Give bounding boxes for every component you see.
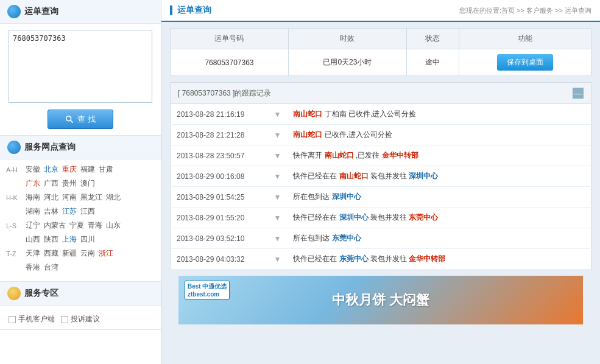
track-arrow-8: ▼ bbox=[268, 249, 288, 270]
province-xizang[interactable]: 西藏 bbox=[44, 248, 58, 259]
province-beijing[interactable]: 北京 bbox=[44, 164, 58, 175]
tracking-section-title: 运单查询 bbox=[0, 0, 161, 24]
track-records-title: [ 768053707363 ]的跟踪记录 bbox=[178, 88, 271, 99]
province-shandong[interactable]: 山东 bbox=[106, 220, 121, 231]
service-item-mobile[interactable]: 手机客户端 bbox=[9, 314, 55, 324]
track-arrow-7: ▼ bbox=[268, 228, 288, 249]
province-shaanxi[interactable]: 陕西 bbox=[44, 234, 58, 245]
track-row-8: 2013-08-29 04:03:32 ▼ 快件已经在在 东莞中心 装包并发往 … bbox=[171, 249, 591, 270]
info-pre-7: 所在包到达 bbox=[293, 234, 331, 242]
table-row: 768053707363 已用0天23小时 途中 保存到桌面 bbox=[171, 49, 591, 76]
alpha-row-hk2: 香港 台湾 bbox=[6, 262, 155, 273]
province-ningxia[interactable]: 宁夏 bbox=[69, 220, 84, 231]
province-liaoning[interactable]: 辽宁 bbox=[26, 220, 40, 231]
province-taiwan[interactable]: 台湾 bbox=[44, 262, 58, 273]
province-heilongjiang[interactable]: 黑龙江 bbox=[80, 192, 102, 203]
province-tianjin[interactable]: 天津 bbox=[26, 248, 40, 259]
province-yunnan[interactable]: 云南 bbox=[80, 248, 95, 259]
province-hongkong[interactable]: 香港 bbox=[26, 262, 40, 273]
track-row-4: 2013-08-29 00:16:08 ▼ 快件已经在在 南山蛇口 装包并发往 … bbox=[171, 166, 591, 187]
info-pre-3: 快件离开 bbox=[293, 151, 324, 159]
cell-status: 途中 bbox=[406, 49, 459, 76]
loc-shenzhen-6: 深圳中心 bbox=[339, 213, 369, 222]
main-content: 运单查询 您现在的位置:首页 >> 客户服务 >> 运单查询 运单号码 时效 状… bbox=[161, 0, 600, 364]
track-info-1: 南山蛇口 丁柏南 已收件,进入公司分捡 bbox=[287, 104, 591, 125]
province-qinghai[interactable]: 青海 bbox=[88, 220, 102, 231]
province-aomen[interactable]: 澳门 bbox=[80, 178, 95, 189]
track-arrow-4: ▼ bbox=[268, 166, 288, 187]
province-hebei[interactable]: 河北 bbox=[44, 192, 58, 203]
alpha-row-tz: T-Z 天津 西藏 新疆 云南 浙江 bbox=[6, 248, 155, 259]
network-section: 服务网点查询 A-H 安徽 北京 重庆 福建 甘肃 bbox=[0, 136, 161, 282]
alpha-row-guangdong: 广东 广西 贵州 澳门 bbox=[6, 178, 155, 189]
search-button[interactable]: 查 找 bbox=[48, 110, 113, 129]
track-row-2: 2013-08-28 21:21:28 ▼ 南山蛇口 已收件,进入公司分捡 bbox=[171, 125, 591, 145]
province-fujian[interactable]: 福建 bbox=[80, 164, 95, 175]
province-henan[interactable]: 河南 bbox=[62, 192, 77, 203]
track-time-1: 2013-08-28 21:16:19 bbox=[171, 104, 268, 125]
province-jiangxi[interactable]: 江西 bbox=[80, 206, 95, 217]
province-gansu[interactable]: 甘肃 bbox=[99, 164, 113, 175]
province-neimenggu[interactable]: 内蒙古 bbox=[44, 220, 66, 231]
complaint-label: 投诉建议 bbox=[71, 314, 100, 324]
track-time-7: 2013-08-29 03:52:10 bbox=[171, 228, 268, 249]
alpha-label-hk: H-K bbox=[6, 194, 23, 201]
complaint-checkbox[interactable] bbox=[61, 316, 68, 323]
province-chongqing[interactable]: 重庆 bbox=[62, 164, 77, 175]
breadcrumb: 您现在的位置:首页 >> 客户服务 >> 运单查询 bbox=[459, 6, 591, 15]
loc-dongguan-7: 东莞中心 bbox=[332, 234, 361, 242]
track-row-7: 2013-08-29 03:52:10 ▼ 所在包到达 东莞中心 bbox=[171, 228, 591, 249]
info-suffix-2: 已收件,进入公司分捡 bbox=[325, 130, 392, 139]
search-button-label: 查 找 bbox=[77, 114, 96, 125]
service-item-complaint[interactable]: 投诉建议 bbox=[61, 314, 100, 324]
track-arrow-1: ▼ bbox=[268, 104, 288, 125]
province-guangdong[interactable]: 广东 bbox=[26, 178, 40, 189]
network-title-label: 服务网点查询 bbox=[24, 142, 76, 153]
province-sichuan[interactable]: 四川 bbox=[80, 234, 95, 245]
track-info-6: 快件已经在在 深圳中心 装包并发往 东莞中心 bbox=[287, 208, 591, 228]
loc-dongguan-8: 东莞中心 bbox=[339, 254, 369, 263]
collapse-button[interactable]: — bbox=[573, 88, 584, 99]
tracking-section: 运单查询 768053707363 查 找 bbox=[0, 0, 161, 136]
province-hainan[interactable]: 海南 bbox=[26, 192, 40, 203]
track-time-5: 2013-08-29 01:54:25 bbox=[171, 187, 268, 208]
province-xinjiang[interactable]: 新疆 bbox=[62, 248, 77, 259]
banner-text: 中秋月饼 大闷蟹 bbox=[332, 291, 429, 309]
province-shanxi[interactable]: 山西 bbox=[26, 234, 40, 245]
track-records-header: [ 768053707363 ]的跟踪记录 — bbox=[170, 82, 591, 104]
province-zhejiang[interactable]: 浙江 bbox=[99, 248, 113, 259]
col-timeliness: 时效 bbox=[288, 29, 406, 49]
cell-timeliness: 已用0天23小时 bbox=[288, 49, 406, 76]
track-row-6: 2013-08-29 01:55:20 ▼ 快件已经在在 深圳中心 装包并发往 … bbox=[171, 208, 591, 228]
loc-shenzhen-4: 深圳中心 bbox=[409, 172, 438, 180]
province-guizhou[interactable]: 贵州 bbox=[62, 178, 77, 189]
province-anhui[interactable]: 安徽 bbox=[26, 164, 40, 175]
province-shanghai[interactable]: 上海 bbox=[62, 234, 77, 245]
svg-line-1 bbox=[71, 121, 72, 122]
service-area: 手机客户端 投诉建议 bbox=[0, 306, 161, 329]
sidebar: 运单查询 768053707363 查 找 服务网点查询 bbox=[0, 0, 161, 364]
info-mid-4: 装包并发往 bbox=[370, 172, 409, 180]
province-jilin[interactable]: 吉林 bbox=[44, 206, 58, 217]
province-jiangsu[interactable]: 江苏 bbox=[62, 206, 77, 217]
tracking-input-area: 768053707363 查 找 bbox=[0, 24, 161, 135]
save-button[interactable]: 保存到桌面 bbox=[497, 54, 553, 71]
province-hubei[interactable]: 湖北 bbox=[106, 192, 121, 203]
result-table: 运单号码 时效 状态 功能 768053707363 已用0天23小时 途中 保… bbox=[170, 28, 591, 76]
search-icon bbox=[65, 115, 74, 124]
cell-number: 768053707363 bbox=[171, 49, 289, 76]
info-pre-4: 快件已经在在 bbox=[293, 172, 339, 180]
alpha-row-ls: L-S 辽宁 内蒙古 宁夏 青海 山东 bbox=[6, 220, 155, 231]
network-area: A-H 安徽 北京 重庆 福建 甘肃 广东 广西 贵州 澳门 bbox=[0, 159, 161, 281]
info-mid-6: 装包并发往 bbox=[370, 213, 409, 222]
col-number: 运单号码 bbox=[171, 29, 289, 49]
tracking-textarea[interactable]: 768053707363 bbox=[9, 30, 152, 103]
province-guangxi[interactable]: 广西 bbox=[44, 178, 58, 189]
track-time-8: 2013-08-29 04:03:32 bbox=[171, 249, 268, 270]
person-dingbainan: 丁柏南 bbox=[325, 110, 347, 118]
service-section: 服务专区 手机客户端 投诉建议 bbox=[0, 282, 161, 330]
service-items: 手机客户端 投诉建议 bbox=[9, 314, 152, 324]
loc-nanshan-4: 南山蛇口 bbox=[339, 172, 369, 180]
mobile-checkbox[interactable] bbox=[9, 316, 16, 323]
province-hunan[interactable]: 湖南 bbox=[26, 206, 40, 217]
